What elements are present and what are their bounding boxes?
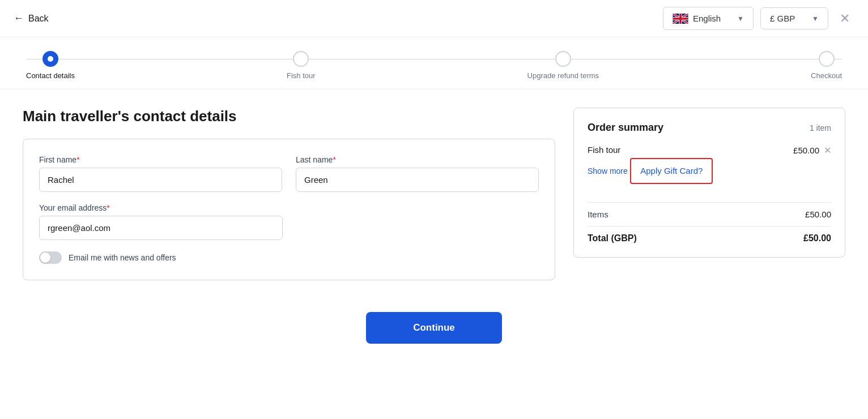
first-name-group: First name* [39, 155, 282, 192]
header: ← Back English ▼ £ GBP ▼ ✕ [0, 0, 868, 37]
order-divider [588, 202, 831, 203]
last-name-group: Last name* [296, 155, 539, 192]
order-summary-header: Order summary 1 item [588, 122, 831, 134]
main-content: Main traveller's contact details First n… [0, 89, 868, 298]
form-card: First name* Last name* Your email addres… [23, 139, 555, 280]
first-name-label: First name* [39, 155, 282, 164]
order-summary-card: Order summary 1 item Fish tour £50.00 ✕ … [573, 108, 845, 258]
remove-item-button[interactable]: ✕ [824, 145, 831, 156]
right-panel: Order summary 1 item Fish tour £50.00 ✕ … [573, 108, 845, 280]
order-item-name: Fish tour [588, 145, 620, 155]
step-label-upgrade: Upgrade refund terms [527, 71, 599, 80]
order-subtotal-label: Items [588, 210, 609, 219]
order-divider-2 [588, 226, 831, 226]
step-circle-fish [293, 51, 309, 67]
gift-card-link[interactable]: Apply Gift Card? [640, 166, 703, 176]
email-input[interactable] [39, 216, 283, 240]
email-group: Your email address* [39, 203, 283, 240]
name-row: First name* Last name* [39, 155, 539, 192]
order-total-label: Total (GBP) [588, 233, 637, 243]
step-label-checkout: Checkout [811, 71, 842, 80]
order-summary-count: 1 item [810, 123, 831, 132]
step-label-fish: Fish tour [287, 71, 316, 80]
email-required: * [107, 203, 109, 212]
last-name-input[interactable] [296, 168, 539, 192]
order-summary-title: Order summary [588, 122, 663, 134]
flag-icon [673, 13, 688, 24]
header-right: English ▼ £ GBP ▼ ✕ [663, 7, 854, 30]
page-title: Main traveller's contact details [23, 108, 555, 125]
step-contact-details: Contact details [26, 51, 75, 80]
order-subtotal-row: Items £50.00 [588, 210, 831, 219]
order-item-price-row: £50.00 ✕ [793, 145, 831, 156]
email-label: Your email address* [39, 203, 283, 212]
order-total-row: Total (GBP) £50.00 [588, 233, 831, 243]
progress-section: Contact details Fish tour Upgrade refund… [0, 37, 868, 89]
step-circle-contact [42, 51, 58, 67]
language-label: English [693, 14, 721, 23]
order-item-row: Fish tour £50.00 ✕ [588, 145, 831, 156]
step-circle-upgrade [555, 51, 571, 67]
newsletter-row: Email me with news and offers [39, 251, 539, 264]
back-label: Back [28, 14, 49, 24]
show-more-link[interactable]: Show more [588, 166, 628, 176]
step-fish-tour: Fish tour [287, 51, 316, 80]
order-total-value: £50.00 [803, 233, 831, 243]
step-upgrade-refund: Upgrade refund terms [527, 51, 599, 80]
last-name-required: * [333, 155, 335, 164]
newsletter-toggle[interactable] [39, 251, 62, 264]
continue-button[interactable]: Continue [366, 312, 502, 344]
step-circle-checkout [819, 51, 835, 67]
last-name-label: Last name* [296, 155, 539, 164]
first-name-input[interactable] [39, 168, 282, 192]
gift-card-section: Apply Gift Card? [630, 158, 713, 184]
continue-section: Continue [0, 298, 868, 366]
step-checkout: Checkout [811, 51, 842, 80]
step-label-contact: Contact details [26, 71, 75, 80]
currency-label: £ GBP [770, 14, 795, 23]
language-selector[interactable]: English ▼ [663, 7, 754, 30]
left-panel: Main traveller's contact details First n… [23, 108, 555, 280]
language-dropdown-icon: ▼ [737, 15, 744, 23]
newsletter-label: Email me with news and offers [69, 253, 176, 262]
back-arrow-icon: ← [14, 12, 24, 24]
order-item-price: £50.00 [793, 146, 819, 155]
currency-selector[interactable]: £ GBP ▼ [760, 7, 828, 29]
currency-dropdown-icon: ▼ [812, 15, 819, 23]
first-name-required: * [76, 155, 79, 164]
progress-bar: Contact details Fish tour Upgrade refund… [26, 51, 842, 80]
close-button[interactable]: ✕ [835, 9, 854, 28]
progress-steps: Contact details Fish tour Upgrade refund… [26, 51, 842, 80]
back-button[interactable]: ← Back [14, 12, 49, 24]
order-subtotal-value: £50.00 [805, 210, 831, 219]
